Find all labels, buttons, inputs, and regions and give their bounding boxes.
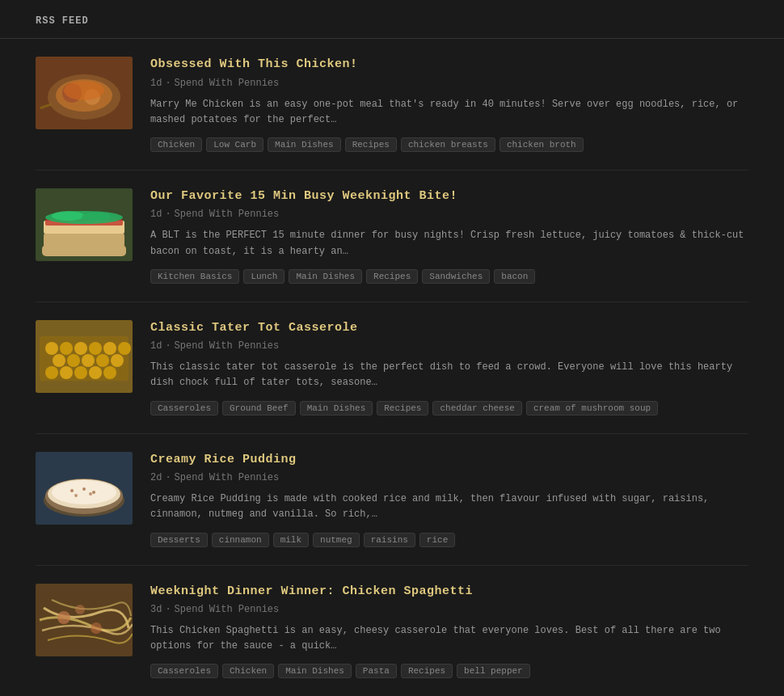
article-meta: 1d·Spend With Pennies	[150, 78, 748, 89]
tag[interactable]: Chicken	[150, 137, 202, 152]
article-age: 1d	[150, 78, 162, 89]
tag[interactable]: Kitchen Basics	[150, 269, 239, 284]
article-meta: 3d·Spend With Pennies	[150, 604, 748, 615]
svg-point-30	[74, 366, 87, 379]
article-meta: 1d·Spend With Pennies	[150, 340, 748, 352]
svg-point-45	[91, 622, 102, 634]
article-tags: Dessertscinnamonmilknutmegraisinsrice	[150, 533, 748, 547]
tag[interactable]: Recipes	[377, 401, 428, 415]
article-age: 2d	[150, 472, 162, 483]
article-title[interactable]: Weeknight Dinner Winner: Chicken Spaghet…	[150, 584, 748, 600]
svg-point-22	[118, 342, 131, 355]
article-title[interactable]: Creamy Rice Pudding	[150, 452, 748, 468]
article-thumbnail	[36, 584, 133, 656]
svg-point-25	[82, 354, 95, 367]
article-thumbnail	[36, 452, 133, 525]
tag[interactable]: cream of mushroom soup	[526, 401, 658, 415]
tag[interactable]: chicken broth	[499, 137, 584, 152]
tag[interactable]: Recipes	[401, 664, 453, 678]
tag[interactable]: Casseroles	[150, 401, 218, 415]
article-meta: 2d·Spend With Pennies	[150, 472, 748, 483]
tag[interactable]: Ground Beef	[222, 401, 296, 415]
article-source: Spend With Pennies	[175, 78, 280, 89]
tag[interactable]: Pasta	[356, 664, 397, 678]
svg-point-42	[89, 492, 92, 496]
tag[interactable]: raisins	[364, 533, 415, 547]
list-item[interactable]: Weeknight Dinner Winner: Chicken Spaghet…	[36, 566, 748, 697]
article-content: Weeknight Dinner Winner: Chicken Spaghet…	[150, 584, 748, 679]
svg-point-40	[92, 491, 95, 494]
article-age: 3d	[150, 604, 162, 615]
rss-feed-title: RSS FEED	[36, 15, 89, 27]
article-title[interactable]: Obsessed With This Chicken!	[150, 57, 748, 73]
tag[interactable]: Main Dishes	[289, 269, 362, 284]
svg-point-44	[57, 611, 70, 624]
svg-rect-14	[42, 245, 126, 256]
article-meta: 1d·Spend With Pennies	[150, 209, 748, 220]
svg-point-17	[45, 342, 58, 355]
tag[interactable]: Main Dishes	[268, 137, 341, 152]
article-excerpt: Marry Me Chicken is an easy one-pot meal…	[150, 97, 748, 128]
article-content: Our Favorite 15 Min Busy Weeknight Bite!…	[150, 188, 748, 284]
tag[interactable]: milk	[273, 533, 309, 547]
svg-point-24	[67, 354, 80, 367]
svg-point-20	[89, 342, 102, 355]
article-title[interactable]: Classic Tater Tot Casserole	[150, 320, 748, 336]
article-tags: Kitchen BasicsLunchMain DishesRecipesSan…	[150, 269, 748, 284]
tag[interactable]: Recipes	[345, 137, 397, 152]
svg-rect-43	[36, 584, 133, 656]
article-excerpt: This classic tater tot casserole is the …	[150, 360, 748, 390]
article-source: Spend With Pennies	[175, 209, 280, 220]
svg-point-41	[74, 494, 78, 497]
tag[interactable]: Chicken	[222, 664, 274, 678]
tag[interactable]: Recipes	[366, 269, 418, 284]
tag[interactable]: Lunch	[243, 269, 285, 284]
svg-point-46	[75, 605, 85, 614]
article-content: Creamy Rice Pudding2d·Spend With Pennies…	[150, 452, 748, 547]
svg-point-38	[70, 489, 74, 492]
tag[interactable]: Main Dishes	[278, 664, 352, 678]
tag[interactable]: Casseroles	[150, 664, 218, 678]
list-item[interactable]: Our Favorite 15 Min Busy Weeknight Bite!…	[36, 171, 748, 302]
tag[interactable]: chicken breasts	[401, 137, 495, 152]
svg-point-32	[103, 366, 116, 379]
svg-point-28	[45, 366, 58, 379]
svg-point-27	[111, 354, 124, 367]
svg-point-12	[52, 211, 84, 221]
svg-point-39	[82, 487, 86, 491]
svg-point-21	[103, 342, 116, 355]
svg-point-26	[96, 354, 109, 367]
article-excerpt: Creamy Rice Pudding is made with cooked …	[150, 491, 748, 522]
list-item[interactable]: Classic Tater Tot Casserole1d·Spend With…	[36, 302, 748, 434]
tag[interactable]: nutmeg	[313, 533, 360, 547]
article-thumbnail	[36, 57, 133, 129]
list-item[interactable]: Obsessed With This Chicken!1d·Spend With…	[36, 39, 748, 171]
svg-point-37	[52, 480, 116, 504]
tag[interactable]: Main Dishes	[300, 401, 373, 415]
tag[interactable]: cheddar cheese	[432, 401, 521, 415]
tag[interactable]: bell pepper	[457, 664, 530, 678]
article-source: Spend With Pennies	[175, 340, 280, 352]
svg-point-19	[74, 342, 87, 355]
svg-point-18	[60, 342, 73, 355]
svg-point-31	[89, 366, 102, 379]
article-excerpt: A BLT is the PERFECT 15 minute dinner fo…	[150, 228, 748, 259]
list-item[interactable]: Creamy Rice Pudding2d·Spend With Pennies…	[36, 434, 748, 566]
tag[interactable]: Sandwiches	[422, 269, 490, 284]
article-excerpt: This Chicken Spaghetti is an easy, chees…	[150, 623, 748, 654]
article-thumbnail	[36, 188, 133, 261]
svg-point-23	[53, 354, 65, 367]
tag[interactable]: rice	[419, 533, 455, 547]
tag[interactable]: bacon	[494, 269, 535, 284]
article-content: Obsessed With This Chicken!1d·Spend With…	[150, 57, 748, 152]
svg-point-29	[60, 366, 73, 379]
article-source: Spend With Pennies	[175, 472, 280, 483]
rss-header: RSS FEED	[0, 0, 784, 39]
tag[interactable]: Low Carb	[206, 137, 263, 152]
article-content: Classic Tater Tot Casserole1d·Spend With…	[150, 320, 748, 415]
article-age: 1d	[150, 209, 162, 220]
tag[interactable]: cinnamon	[212, 533, 269, 547]
tag[interactable]: Desserts	[150, 533, 208, 547]
article-title[interactable]: Our Favorite 15 Min Busy Weeknight Bite!	[150, 188, 748, 205]
svg-point-13	[82, 213, 111, 221]
